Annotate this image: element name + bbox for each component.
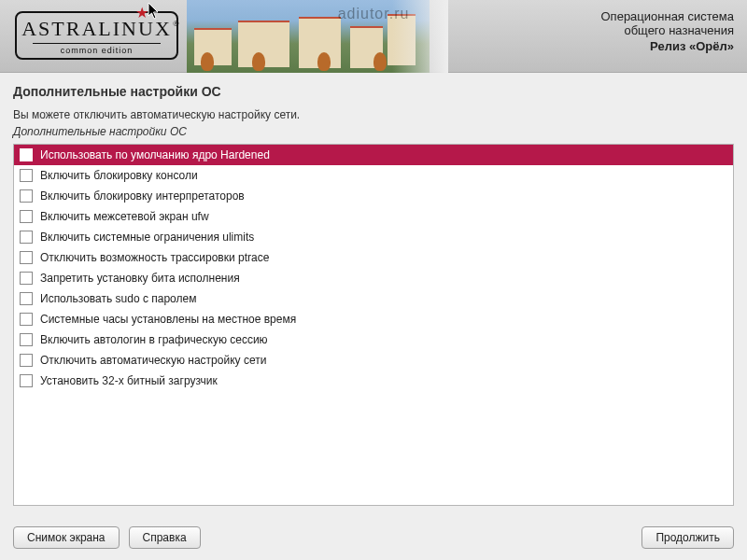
checkbox[interactable] (20, 374, 33, 387)
option-row[interactable]: Использовать sudo с паролем (14, 288, 733, 309)
option-label: Включить блокировку консоли (40, 169, 198, 182)
checkbox[interactable] (20, 148, 33, 161)
checkbox[interactable] (20, 333, 33, 346)
option-label: Запретить установку бита исполнения (40, 272, 240, 285)
checkbox[interactable] (20, 292, 33, 305)
checkbox[interactable] (20, 272, 33, 285)
cursor-icon (148, 2, 161, 21)
option-label: Включить системные ограничения ulimits (40, 231, 254, 244)
header-title: Операционная система общего назначения Р… (601, 9, 735, 53)
continue-button[interactable]: Продолжить (641, 526, 734, 549)
help-button[interactable]: Справка (129, 526, 201, 549)
watermark: adiutor.ru (338, 6, 410, 22)
option-row[interactable]: Запретить установку бита исполнения (14, 268, 733, 288)
option-row[interactable]: Включить автологин в графическую сессию (14, 329, 733, 350)
option-label: Использовать по умолчанию ядро Hardened (40, 148, 270, 161)
option-label: Включить межсетевой экран ufw (40, 210, 209, 223)
checkbox[interactable] (20, 354, 33, 367)
page-subtitle: Вы можете отключить автоматическую настр… (13, 108, 734, 121)
option-row[interactable]: Отключить автоматическую настройку сети (14, 350, 733, 371)
checkbox[interactable] (20, 169, 33, 182)
option-row[interactable]: Включить блокировку интерпретаторов (14, 186, 733, 206)
header-banner: ★ Astralinux® common edition adiutor.ru … (0, 0, 747, 73)
footer-bar: Снимок экрана Справка Продолжить (0, 515, 747, 560)
option-row[interactable]: Включить межсетевой экран ufw (14, 206, 733, 227)
option-label: Использовать sudo с паролем (40, 292, 196, 305)
screenshot-button[interactable]: Снимок экрана (13, 526, 120, 549)
option-row[interactable]: Отключить возможность трассировки ptrace (14, 247, 733, 268)
checkbox[interactable] (20, 231, 33, 244)
option-label: Системные часы установлены на местное вр… (40, 313, 296, 326)
page-title: Дополнительные настройки ОС (13, 84, 734, 99)
option-label: Установить 32-х битный загрузчик (40, 374, 218, 387)
content-area: Дополнительные настройки ОС Вы можете от… (0, 73, 747, 506)
checkbox[interactable] (20, 251, 33, 264)
option-label: Отключить автоматическую настройку сети (40, 354, 266, 367)
option-label: Включить блокировку интерпретаторов (40, 189, 245, 203)
option-label: Включить автологин в графическую сессию (40, 333, 268, 346)
checkbox[interactable] (20, 210, 33, 223)
option-row[interactable]: Использовать по умолчанию ядро Hardened (14, 145, 733, 165)
option-row[interactable]: Установить 32-х битный загрузчик (14, 371, 733, 391)
section-label: Дополнительные настройки ОС (13, 125, 734, 138)
option-row[interactable]: Включить системные ограничения ulimits (14, 227, 733, 247)
option-row[interactable]: Системные часы установлены на местное вр… (14, 309, 733, 329)
logo-sub: common edition (33, 43, 161, 55)
option-row[interactable]: Включить блокировку консоли (14, 165, 733, 186)
options-list: Использовать по умолчанию ядро HardenedВ… (13, 144, 734, 506)
checkbox[interactable] (20, 313, 33, 326)
checkbox[interactable] (20, 189, 33, 203)
option-label: Отключить возможность трассировки ptrace (40, 251, 269, 264)
